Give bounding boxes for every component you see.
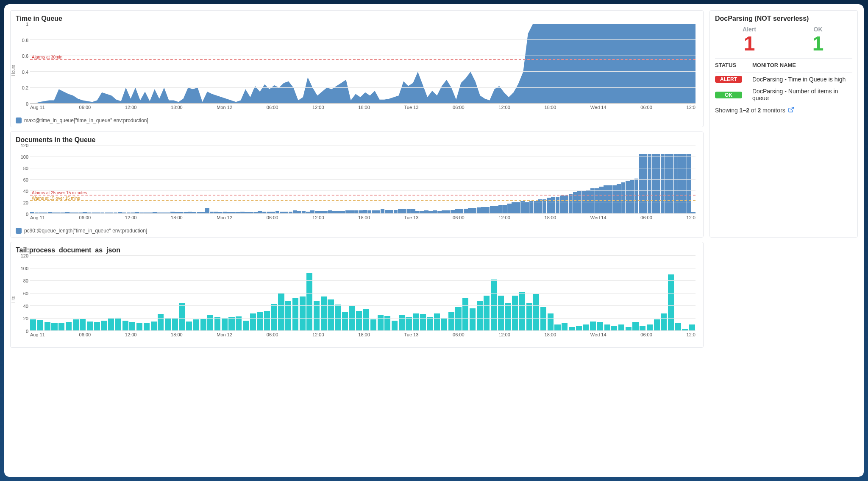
chart-area[interactable]: 020406080100120 Alarms at 25 over 15 min… <box>16 145 698 227</box>
threshold-warn: Warns at 15 over 15 mins <box>30 200 696 205</box>
x-ticks: Aug 1106:0012:0018:00Mon 1206:0012:0018:… <box>30 332 696 338</box>
monitor-row[interactable]: ALERTDocParsing - Time in Queue is high <box>715 73 852 85</box>
plot-area[interactable]: Alarms at 30min <box>30 24 696 104</box>
chart-area[interactable]: Hits 020406080100120 Aug 1106:0012:0018:… <box>16 256 698 344</box>
panel-title: Time in Queue <box>16 15 698 22</box>
y-axis-label: Hits <box>11 296 16 303</box>
summary-ok: OK 1 <box>784 26 852 54</box>
legend: max:@time_in_queue["time_in_queue" env:p… <box>16 117 698 123</box>
legend-swatch <box>16 117 22 123</box>
legend-swatch <box>16 228 22 234</box>
col-monitor: MONITOR NAME <box>752 62 852 68</box>
threshold-alarm: Alarms at 30min <box>30 59 696 64</box>
threshold-alarm: Alarms at 25 over 15 minutes <box>30 195 696 200</box>
footer-prefix: Showing <box>715 107 740 114</box>
external-link-icon[interactable] <box>788 106 794 114</box>
chart-area[interactable]: Hours 00.20.40.60.81 Alarms at 30min Aug… <box>16 24 698 117</box>
plot-area[interactable] <box>30 256 696 331</box>
footer-range: 1–2 <box>740 107 749 114</box>
status-summary: Alert 1 OK 1 <box>715 24 852 59</box>
status-badge: ALERT <box>715 76 742 83</box>
monitor-row[interactable]: OKDocParsing - Number of items in queue <box>715 85 852 104</box>
monitor-table-header: STATUS MONITOR NAME <box>715 59 852 73</box>
footer-mid: of <box>749 107 757 114</box>
status-badge: OK <box>715 92 742 98</box>
legend: pc90:@queue_length["time_in_queue" env:p… <box>16 228 698 234</box>
legend-label: max:@time_in_queue["time_in_queue" env:p… <box>24 117 148 123</box>
ok-label: OK <box>784 26 852 33</box>
legend-label: pc90:@queue_length["time_in_queue" env:p… <box>24 228 147 234</box>
alert-count: 1 <box>715 34 784 54</box>
panel-monitors[interactable]: DocParsing (NOT serverless) Alert 1 OK 1… <box>709 10 858 238</box>
monitor-rows: ALERTDocParsing - Time in Queue is highO… <box>715 73 852 104</box>
panel-title: Documents in the Queue <box>16 136 698 144</box>
summary-alert: Alert 1 <box>715 26 784 54</box>
y-axis-label: Hours <box>11 65 16 76</box>
footer-suffix: monitors <box>761 107 785 114</box>
plot-area[interactable]: Alarms at 25 over 15 minutes Warns at 15… <box>30 145 696 214</box>
monitor-footer: Showing 1–2 of 2 monitors <box>715 106 852 114</box>
panel-title: Tail:process_document_as_json <box>16 246 698 254</box>
panel-title: DocParsing (NOT serverless) <box>715 15 852 22</box>
right-column: DocParsing (NOT serverless) Alert 1 OK 1… <box>709 10 858 471</box>
monitor-name: DocParsing - Number of items in queue <box>752 88 852 101</box>
x-ticks: Aug 1106:0012:0018:00Mon 1206:0012:0018:… <box>30 105 696 111</box>
dashboard-frame: Time in Queue Hours 00.20.40.60.81 Alarm… <box>4 4 864 477</box>
alert-label: Alert <box>715 26 784 33</box>
panel-docs-in-queue[interactable]: Documents in the Queue 020406080100120 A… <box>10 131 704 238</box>
panel-tail[interactable]: Tail:process_document_as_json Hits 02040… <box>10 242 704 348</box>
monitor-name: DocParsing - Time in Queue is high <box>752 76 852 83</box>
area-svg <box>30 24 696 103</box>
col-status: STATUS <box>715 62 752 68</box>
panel-time-in-queue[interactable]: Time in Queue Hours 00.20.40.60.81 Alarm… <box>10 10 704 127</box>
left-column: Time in Queue Hours 00.20.40.60.81 Alarm… <box>10 10 704 471</box>
bars <box>30 256 696 331</box>
x-ticks: Aug 1106:0012:0018:00Mon 1206:0012:0018:… <box>30 215 696 221</box>
ok-count: 1 <box>784 34 852 54</box>
